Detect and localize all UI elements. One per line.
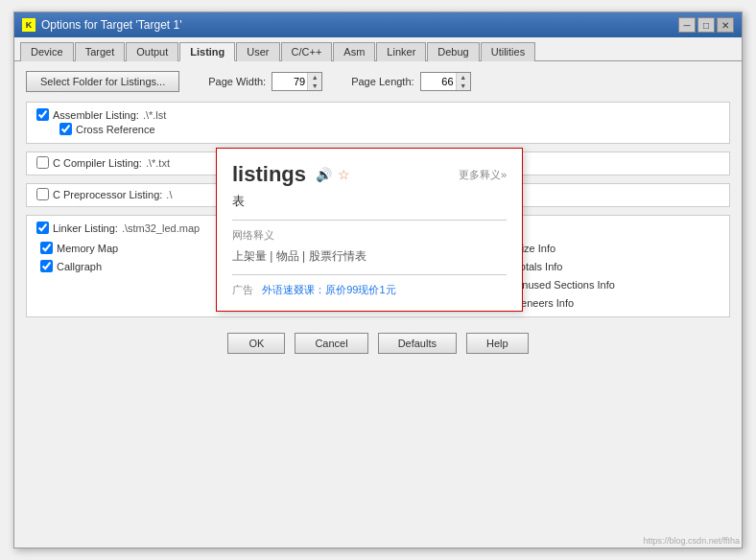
minimize-button[interactable]: ─ xyxy=(678,17,696,33)
tooltip-divider xyxy=(232,220,507,221)
c-compiler-label: C Compiler Listing: xyxy=(53,157,142,169)
assembler-crossref-checkbox[interactable] xyxy=(59,123,72,135)
page-width-down[interactable]: ▼ xyxy=(308,82,321,90)
page-width-up[interactable]: ▲ xyxy=(308,73,321,82)
tooltip-ad-link[interactable]: 外语速叕课：原价99现价1元 xyxy=(262,284,395,295)
window-icon: K xyxy=(22,18,35,32)
tab-linker[interactable]: Linker xyxy=(376,42,426,61)
title-bar-controls: ─ □ ✕ xyxy=(678,17,734,33)
c-compiler-checkbox[interactable] xyxy=(36,156,49,169)
tooltip-network-title: 网络释义 xyxy=(232,228,507,243)
tooltip-ad-prefix: 广告 xyxy=(232,284,253,295)
watermark: https://blog.csdn.net/ffIha xyxy=(644,536,740,546)
assembler-crossref-row: Cross Reference xyxy=(59,123,720,135)
tooltip-ad: 广告 外语速叕课：原价99现价1元 xyxy=(232,283,507,297)
page-width-arrows: ▲ ▼ xyxy=(307,73,321,90)
assembler-row: Assembler Listing: .\*.lst xyxy=(36,108,720,121)
tooltip-header: listings 🔊 ☆ 更多释义» xyxy=(232,162,507,187)
more-link[interactable]: 更多释义» xyxy=(459,168,507,182)
assembler-checkbox[interactable] xyxy=(36,108,49,121)
veneers-info-label: Veneers Info xyxy=(514,297,574,309)
select-folder-button[interactable]: Select Folder for Listings... xyxy=(26,71,179,92)
page-length-arrows: ▲ ▼ xyxy=(456,73,470,90)
page-width-spinbox[interactable]: ▲ ▼ xyxy=(272,72,322,91)
memory-map-label: Memory Map xyxy=(57,243,118,254)
callgraph-checkbox[interactable] xyxy=(40,260,53,272)
title-bar-left: K Options for Target 'Target 1' xyxy=(22,18,181,32)
linker-opt-unused-sections: Unused Sections Info xyxy=(498,278,720,291)
tab-bar: Device Target Output Listing User C/C++ … xyxy=(14,37,742,61)
tooltip-popup: listings 🔊 ☆ 更多释义» 表 网络释义 上架量 | 物品 | 股票行… xyxy=(216,148,523,312)
c-preprocessor-label: C Preprocessor Listing: xyxy=(53,189,162,200)
page-width-input[interactable] xyxy=(272,73,307,90)
unused-sections-label: Unused Sections Info xyxy=(514,279,615,291)
assembler-section: Assembler Listing: .\*.lst Cross Referen… xyxy=(26,102,730,144)
tooltip-word: listings xyxy=(232,162,306,187)
memory-map-checkbox[interactable] xyxy=(40,242,53,254)
page-length-up[interactable]: ▲ xyxy=(457,73,470,82)
window-title: Options for Target 'Target 1' xyxy=(41,18,181,32)
page-length-down[interactable]: ▼ xyxy=(457,82,470,90)
assembler-label: Assembler Listing: xyxy=(53,109,139,121)
main-window: K Options for Target 'Target 1' ─ □ ✕ De… xyxy=(13,12,743,548)
tab-output[interactable]: Output xyxy=(126,42,178,61)
linker-opt-size-info: Size Info xyxy=(498,242,720,254)
linker-opt-totals-info: Totals Info xyxy=(498,260,720,272)
speaker-icon[interactable]: 🔊 xyxy=(316,167,332,182)
content-area: Select Folder for Listings... Page Width… xyxy=(14,61,742,373)
tooltip-meanings: 上架量 | 物品 | 股票行情表 xyxy=(232,248,507,265)
c-compiler-value: .\*.txt xyxy=(146,157,170,169)
tab-device[interactable]: Device xyxy=(20,42,74,61)
title-bar: K Options for Target 'Target 1' ─ □ ✕ xyxy=(14,12,742,37)
tab-cpp[interactable]: C/C++ xyxy=(281,42,333,61)
tab-utilities[interactable]: Utilities xyxy=(481,42,535,61)
page-width-label: Page Width: xyxy=(208,76,266,87)
tab-user[interactable]: User xyxy=(236,42,279,61)
tab-asm[interactable]: Asm xyxy=(333,42,375,61)
c-preprocessor-value: .\ xyxy=(166,189,172,200)
maximize-button[interactable]: □ xyxy=(697,17,715,33)
close-button[interactable]: ✕ xyxy=(717,17,734,33)
tooltip-translation: 表 xyxy=(232,193,507,210)
top-row: Select Folder for Listings... Page Width… xyxy=(26,71,730,92)
callgraph-label: Callgraph xyxy=(57,261,102,272)
cancel-button[interactable]: Cancel xyxy=(295,333,367,354)
star-icon[interactable]: ☆ xyxy=(338,167,350,182)
linker-value: .\stm32_led.map xyxy=(122,222,200,234)
assembler-value: .\*.lst xyxy=(143,109,166,121)
assembler-crossref-label: Cross Reference xyxy=(76,124,155,135)
linker-opt-veneers-info: Veneers Info xyxy=(498,296,720,309)
tab-listing[interactable]: Listing xyxy=(179,42,235,61)
defaults-button[interactable]: Defaults xyxy=(378,333,457,354)
page-length-group: Page Length: ▲ ▼ xyxy=(351,72,470,91)
linker-checkbox[interactable] xyxy=(36,222,49,234)
tab-debug[interactable]: Debug xyxy=(427,42,479,61)
page-width-group: Page Width: ▲ ▼ xyxy=(208,72,322,91)
ok-button[interactable]: OK xyxy=(227,333,285,354)
dialog-buttons: OK Cancel Defaults Help xyxy=(26,325,730,363)
page-length-spinbox[interactable]: ▲ ▼ xyxy=(420,72,471,91)
page-length-label: Page Length: xyxy=(351,76,413,87)
c-preprocessor-checkbox[interactable] xyxy=(36,188,49,200)
help-button[interactable]: Help xyxy=(466,333,529,354)
page-length-input[interactable] xyxy=(421,73,456,90)
linker-label: Linker Listing: xyxy=(53,222,118,234)
tooltip-divider-2 xyxy=(232,274,507,275)
tab-target[interactable]: Target xyxy=(75,42,126,61)
tooltip-icons: 🔊 ☆ xyxy=(316,167,350,182)
